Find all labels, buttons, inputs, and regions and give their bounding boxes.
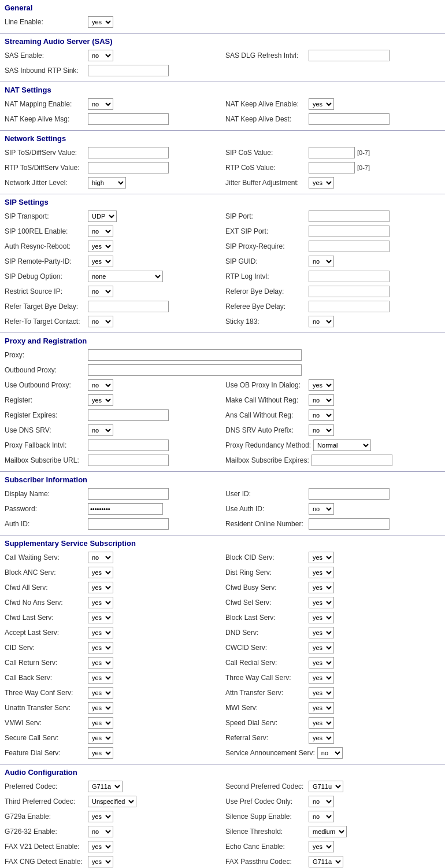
nat-keepalive-dest-input[interactable]: $PROXY [309, 113, 390, 125]
silence-supp-select[interactable]: noyes [309, 811, 334, 822]
vmwi-select[interactable]: yesno [88, 717, 113, 729]
g729a-select[interactable]: yesno [88, 811, 113, 822]
ans-call-select[interactable]: no yes [309, 409, 334, 421]
dnd-select[interactable]: yesno [309, 627, 334, 638]
sas-inbound-input[interactable] [88, 65, 169, 76]
silence-thresh-select[interactable]: mediumhighlow [309, 826, 347, 837]
supplementary-grid: Call Waiting Serv: noyes Block CID Serv:… [5, 551, 440, 759]
referee-bye-input[interactable]: 0 [309, 301, 390, 312]
sip-debug-select[interactable]: none [88, 271, 163, 282]
secure-call-select[interactable]: yesno [88, 732, 113, 744]
call-return-select[interactable]: yesno [88, 657, 113, 668]
use-auth-select[interactable]: no yes [309, 503, 334, 515]
resident-online-input[interactable] [309, 518, 390, 530]
sip-proxy-require-input[interactable] [309, 241, 390, 252]
cfwd-no-ans-select[interactable]: yesno [88, 597, 113, 608]
attn-transfer-select[interactable]: yesno [309, 687, 334, 699]
nat-keepalive-msg-input[interactable]: $NOTIFY [88, 113, 169, 125]
cwcid-select[interactable]: yesno [309, 642, 334, 653]
auth-resync-select[interactable]: yes no [88, 241, 113, 252]
g726-select[interactable]: noyes [88, 826, 113, 837]
cfwd-last-select[interactable]: yesno [88, 612, 113, 623]
sip-100rel-select[interactable]: no yes [88, 226, 113, 237]
ext-sip-port-input[interactable] [309, 226, 390, 237]
sip-tos-input[interactable]: 0x68 [88, 147, 169, 158]
cid-select[interactable]: yesno [88, 642, 113, 653]
referor-bye-input[interactable]: 4 [309, 286, 390, 297]
use-ob-dialog-select[interactable]: yes no [309, 379, 334, 391]
accept-last-select[interactable]: yesno [88, 627, 113, 638]
cfwd-busy-select[interactable]: yesno [309, 582, 334, 593]
rtp-cos-input[interactable]: 6 [309, 162, 355, 173]
sip-port-input[interactable]: 5060 [309, 210, 390, 222]
register-select[interactable]: yes no [88, 394, 113, 406]
pref-codec-only-select[interactable]: noyes [309, 796, 334, 807]
make-call-select[interactable]: no yes [309, 394, 334, 406]
proxy-redundancy-select[interactable]: Normal Based on SRV Port [313, 439, 371, 451]
sas-enable-select[interactable]: no yes [88, 50, 113, 61]
block-cid-select[interactable]: yesno [309, 552, 334, 563]
three-way-call-select[interactable]: yesno [309, 672, 334, 684]
speed-dial-select[interactable]: yesno [309, 717, 334, 729]
call-redial-select[interactable]: yesno [309, 657, 334, 668]
call-back-select[interactable]: yesno [88, 672, 113, 684]
sip-cos-input[interactable]: 3 [309, 147, 355, 158]
preferred-codec-select[interactable]: G711aG711uG729a [88, 781, 123, 792]
mailbox-url-input[interactable] [88, 455, 169, 466]
sip-remote-party-select[interactable]: yes no [88, 256, 113, 267]
ext-sip-port-label: EXT SIP Port: [225, 227, 306, 235]
sip-transport-select[interactable]: UDP TCP TLS [88, 210, 117, 222]
mwi-select[interactable]: yesno [309, 702, 334, 714]
call-waiting-select[interactable]: noyes [88, 552, 113, 563]
dist-ring-select[interactable]: yesno [309, 567, 334, 578]
referral-label: Referral Serv: [225, 734, 306, 742]
second-codec-select[interactable]: G711uG711aG729a [309, 781, 343, 792]
nat-keepalive-enable-select[interactable]: yes no [309, 98, 334, 110]
sip-guid-select[interactable]: no yes [309, 256, 334, 267]
three-way-conf-select[interactable]: yesno [88, 687, 113, 699]
dns-srv-prefix-select[interactable]: no yes [309, 424, 334, 436]
rtp-tos-input[interactable]: 0xb8 [88, 162, 169, 173]
echo-canc-select[interactable]: yesno [309, 841, 334, 852]
fax-passthru-codec-select[interactable]: G711aG711u [309, 856, 343, 867]
cfwd-all-select[interactable]: yesno [88, 582, 113, 593]
restrict-source-select[interactable]: no yes [88, 286, 113, 297]
feature-dial-select[interactable]: yesno [88, 747, 113, 759]
proxy-input[interactable]: yyyyy-pbx.cust.spintel.net.au [88, 349, 302, 361]
cfwd-sel-select[interactable]: yesno [309, 597, 334, 608]
register-expires-input[interactable]: 300 [88, 409, 169, 421]
sip-section: SIP Settings SIP Transport: UDP TCP TLS … [0, 194, 445, 333]
block-anc-select[interactable]: yesno [88, 567, 113, 578]
rtp-log-input[interactable]: 0 [309, 271, 390, 282]
unattn-transfer-select[interactable]: yesno [88, 702, 113, 714]
refer-to-select[interactable]: no yes [88, 316, 113, 327]
display-name-input[interactable]: xxx [88, 488, 169, 500]
speed-dial-row: Speed Dial Serv: yesno [225, 716, 440, 729]
refer-target-input[interactable]: 0 [88, 301, 169, 312]
nat-mapping-select[interactable]: no yes [88, 98, 113, 110]
use-outbound-row: Use Outbound Proxy: no yes [5, 379, 220, 391]
user-id-input[interactable]: xxx [309, 488, 390, 500]
use-outbound-select[interactable]: no yes [88, 379, 113, 391]
jitter-level-select[interactable]: high medium low [88, 177, 126, 189]
mailbox-expires-input[interactable]: 2147483647 [312, 455, 392, 466]
block-last-select[interactable]: yesno [309, 612, 334, 623]
sticky183-select[interactable]: no yes [309, 316, 334, 327]
second-codec-row: Second Preferred Codec: G711uG711aG729a [225, 780, 440, 793]
proxy-fallback-input[interactable]: 3600 [88, 439, 169, 451]
use-dns-select[interactable]: no yes [88, 424, 113, 436]
fax-cng-select[interactable]: yesno [88, 856, 113, 867]
line-enable-select[interactable]: yes no [88, 16, 113, 28]
referee-bye-row: Referee Bye Delay: 0 [225, 300, 440, 313]
password-input[interactable] [88, 503, 163, 515]
ext-sip-port-row: EXT SIP Port: [225, 225, 440, 238]
third-codec-select[interactable]: UnspecifiedG711aG711uG729a [88, 796, 136, 807]
auth-id-input[interactable] [88, 518, 169, 530]
sas-dlg-input[interactable]: 30 [309, 50, 390, 61]
call-return-label: Call Return Serv: [5, 659, 86, 667]
fax-v21-select[interactable]: yesno [88, 841, 113, 852]
jitter-buffer-select[interactable]: yes no [309, 177, 334, 189]
referral-select[interactable]: yesno [309, 732, 334, 744]
service-announcement-select[interactable]: noyes [317, 747, 343, 759]
outbound-proxy-input[interactable] [88, 364, 302, 376]
